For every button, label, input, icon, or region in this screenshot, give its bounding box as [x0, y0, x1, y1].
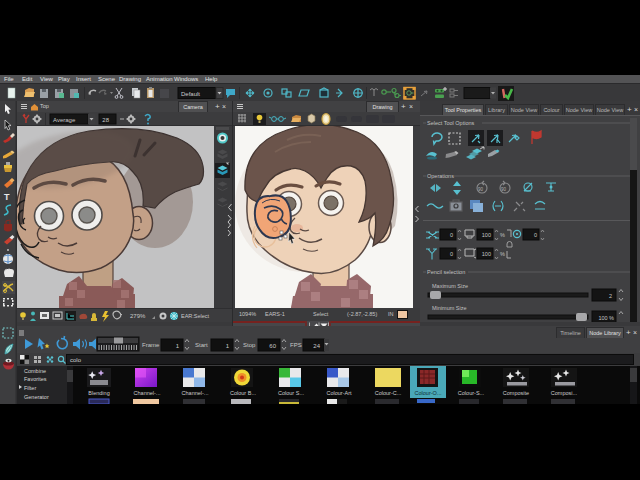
svg-text:Colour-C...: Colour-C...: [375, 390, 402, 396]
svg-text:Operations: Operations: [427, 173, 454, 179]
svg-text:Colour-O...: Colour-O...: [415, 390, 442, 396]
svg-text:2: 2: [609, 293, 612, 299]
svg-text:Composi...: Composi...: [551, 390, 578, 396]
svg-text:%: %: [500, 251, 505, 257]
svg-text:100: 100: [482, 251, 491, 257]
svg-text:279%: 279%: [130, 313, 146, 319]
svg-text:Stop: Stop: [243, 342, 256, 348]
svg-text:0: 0: [534, 232, 537, 238]
svg-text:Channel-...: Channel-...: [182, 390, 209, 396]
svg-text:Colour B...: Colour B...: [230, 390, 256, 396]
svg-text:Start: Start: [195, 342, 208, 348]
svg-text:0: 0: [450, 251, 453, 257]
svg-text:Channel-...: Channel-...: [134, 390, 161, 396]
svg-text:100: 100: [482, 232, 491, 238]
svg-text:Blending: Blending: [88, 390, 109, 396]
svg-text:Composite: Composite: [503, 390, 529, 396]
svg-text:FPS: FPS: [290, 342, 302, 348]
svg-text:Minimum Size: Minimum Size: [432, 305, 467, 311]
svg-text:Colour-S...: Colour-S...: [458, 390, 485, 396]
svg-text:Default: Default: [181, 91, 200, 97]
svg-text:60: 60: [269, 343, 276, 349]
svg-text:%: %: [500, 232, 505, 238]
svg-text:EAR:Select: EAR:Select: [181, 313, 210, 319]
svg-text:Pencil selection: Pencil selection: [427, 269, 465, 275]
svg-text:T: T: [4, 192, 10, 202]
svg-text:0: 0: [450, 232, 453, 238]
svg-text:Colour-Art: Colour-Art: [326, 390, 352, 396]
svg-text:24: 24: [313, 343, 320, 349]
svg-text:28: 28: [102, 117, 109, 123]
svg-text:Maximum Size: Maximum Size: [432, 283, 468, 289]
svg-text:90: 90: [501, 187, 507, 192]
svg-text:100 %: 100 %: [598, 315, 614, 321]
svg-text:90: 90: [478, 187, 484, 192]
svg-text:Select Tool Options: Select Tool Options: [427, 120, 475, 126]
svg-text:Average: Average: [53, 117, 76, 123]
svg-text:Frame: Frame: [142, 342, 160, 348]
svg-text:Colour S...: Colour S...: [278, 390, 304, 396]
